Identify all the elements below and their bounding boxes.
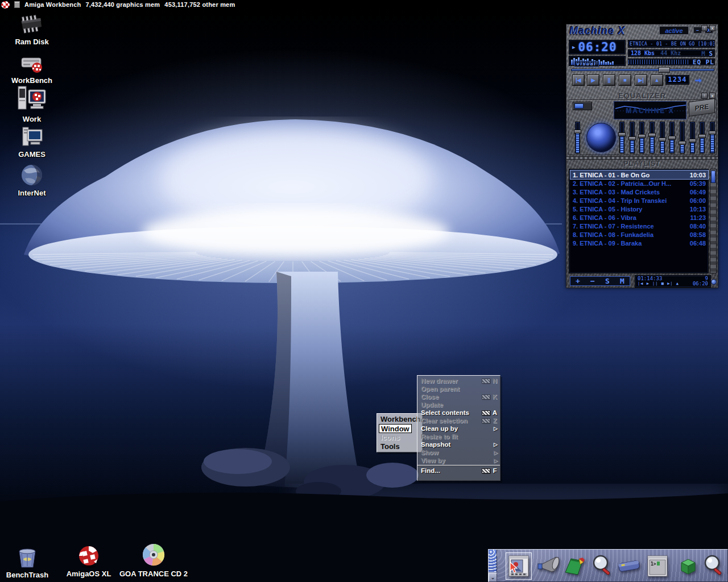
playlist-row[interactable]: 9. ETNICA - 09 - Baraka 06:48 [570,239,708,247]
slider-thumb[interactable] [628,136,636,140]
slider-thumb[interactable] [668,136,676,140]
volume-slider[interactable] [628,60,689,64]
playlist-scroll-thumb[interactable] [711,171,715,183]
menu-item-open-parent[interactable]: Open parent [417,385,500,393]
desktop-icon-internet[interactable]: InterNet [5,163,59,197]
slider-thumb[interactable] [638,134,646,138]
stop-button[interactable]: ■ [619,74,631,86]
arrow-right-icon[interactable]: ➞ [695,76,702,85]
slider-thumb[interactable] [689,139,696,143]
dock-item-cube[interactable] [674,552,700,580]
menu-workbench[interactable]: Workbench [380,414,422,424]
menu-item-snapshot[interactable]: Snapshot ▷ [417,440,500,448]
menu-tools[interactable]: Tools [380,442,422,451]
eq-band-slider[interactable] [700,122,705,153]
desktop-icon-workbench[interactable]: WorkBench [5,52,59,85]
slider-thumb[interactable] [698,134,706,138]
previous-button[interactable]: |◀ [572,74,585,86]
menu-item-new-drawer[interactable]: New drawer N [417,377,500,385]
menu-item-update[interactable]: Update [417,401,500,409]
track-title-display[interactable]: ETNICA - 01 - BE ON GO [10:03] [628,40,715,48]
eq-band-slider[interactable] [619,122,624,153]
menu-window[interactable]: Window [379,424,412,433]
play-button[interactable]: ▶ [587,74,599,86]
menu-item-view-by[interactable]: View by ▷ [417,456,500,464]
desktop-icon-work[interactable]: Work [5,84,59,123]
dock-item-magnifier[interactable] [700,552,726,580]
menu-item-show[interactable]: Show ▷ [417,448,500,456]
playlist-scrollbar[interactable] [710,169,717,273]
playlist-row[interactable]: 2. ETNICA - 02 - Patricia...Our H... 05:… [570,179,708,188]
dock-minimize-button[interactable]: ⌄ [489,573,497,582]
desktop-icon-benchtrash[interactable]: BenchTrash [0,547,55,579]
shade-button[interactable]: – [693,27,702,34]
dock-item-notepad[interactable] [561,552,588,580]
dock-drag-handle[interactable] [489,550,497,572]
eq-band-slider[interactable] [710,122,715,153]
eq-band-slider[interactable] [660,122,665,153]
menu-item-find[interactable]: Find... F [417,467,500,475]
eq-band-slider[interactable] [639,122,644,153]
eq-on-off-toggle[interactable] [573,102,592,110]
seek-handle[interactable] [659,67,670,73]
playlist-row[interactable]: 7. ETNICA - 07 - Resistence 08:40 [570,222,708,230]
eq-band-slider[interactable] [650,122,655,153]
pause-button[interactable]: || [603,74,615,86]
misc-button[interactable]: M [620,277,624,285]
eq-band-slider[interactable] [669,122,675,153]
slider-thumb[interactable] [574,130,581,134]
playlist-header[interactable]: PLAYLIST [566,160,718,168]
volume-row[interactable]: EQ PL [628,59,715,65]
playlist-shade-button[interactable]: ↑ [701,25,708,31]
playlist-row[interactable]: 1. ETNICA - 01 - Be On Go 10:03 [570,171,708,179]
submenu-arrow-icon: ▷ [494,426,498,431]
track-text: 9. ETNICA - 09 - Baraka [573,240,688,247]
menu-item-clear-selection[interactable]: Clear selection Z [417,417,500,425]
select-button[interactable]: S [605,277,610,285]
eq-pl-toggle[interactable]: EQ PL [693,59,714,66]
dock-item-drive[interactable] [616,552,642,580]
playlist-row[interactable]: 3. ETNICA - 03 - Mad Crickets 06:49 [570,188,708,196]
playlist-close-button[interactable]: x [709,25,715,31]
preamp-slider[interactable] [575,122,580,153]
remove-button[interactable]: − [590,277,595,285]
dock-item-shell[interactable]: 1> [644,552,671,580]
player-titlebar[interactable]: Machine X active – X [566,24,718,38]
eq-band-slider[interactable] [630,122,635,153]
workbench-menubar[interactable]: Amiga Workbench 7,432,440 graphics mem 4… [0,0,728,9]
menu-item-select-contents[interactable]: Select contents A [417,409,500,417]
eject-button[interactable]: ▲ [651,74,663,86]
slider-thumb[interactable] [709,131,716,135]
playlist-row[interactable]: 4. ETNICA - 04 - Trip In Transkei 06:00 [570,196,708,205]
eq-band-slider[interactable] [690,122,695,153]
desktop-icon-ram-disk[interactable]: Ram Disk [5,15,59,46]
dock-item-sound[interactable] [535,552,561,580]
resize-knob[interactable] [711,279,717,285]
add-button[interactable]: + [576,277,580,285]
visual-label[interactable]: visual [574,61,599,67]
next-button[interactable]: ▶| [635,74,647,86]
playlist-row[interactable]: 6. ETNICA - 06 - Vibra 11:23 [570,213,708,222]
slider-thumb[interactable] [679,141,686,145]
dock-item-search[interactable] [589,552,615,580]
desktop-icon-goa-trance-cd[interactable]: GOA TRANCE CD 2 [126,542,181,578]
desktop-icon-amigaos-xl[interactable]: AmigaOS XL [61,544,116,578]
machinex-player-window[interactable]: Machine X active – X ▶ 06:20 visual ETNI… [566,24,718,288]
track-title: ETNICA - 01 - BE ON GO [10:03] [628,41,715,47]
equalizer-shade-button[interactable]: ↑ [701,93,708,99]
menu-icons[interactable]: Icons [380,433,422,442]
playlist-row[interactable]: 8. ETNICA - 08 - Funkadelia 08:58 [570,230,708,239]
menu-item-clean-up-by[interactable]: Clean up by ▷ [417,425,500,433]
mini-transport-controls[interactable]: |◀ ▶ || ■ ▶| ▲ [638,281,679,286]
globe-knob[interactable] [586,123,616,152]
menu-item-resize-to-fit[interactable]: Resize to fit [417,433,500,440]
playlist-row[interactable]: 5. ETNICA - 05 - History 10:13 [570,205,708,213]
seek-bar[interactable] [571,69,714,71]
desktop-icon-games[interactable]: GAMES [5,125,59,159]
slider-thumb[interactable] [618,132,626,136]
slider-thumb[interactable] [648,133,656,137]
eq-band-slider[interactable] [680,122,685,153]
slider-thumb[interactable] [659,138,666,142]
playlist-body[interactable]: 1. ETNICA - 01 - Be On Go 10:03 2. ETNIC… [569,169,709,273]
menu-item-close[interactable]: Close K [417,393,500,401]
